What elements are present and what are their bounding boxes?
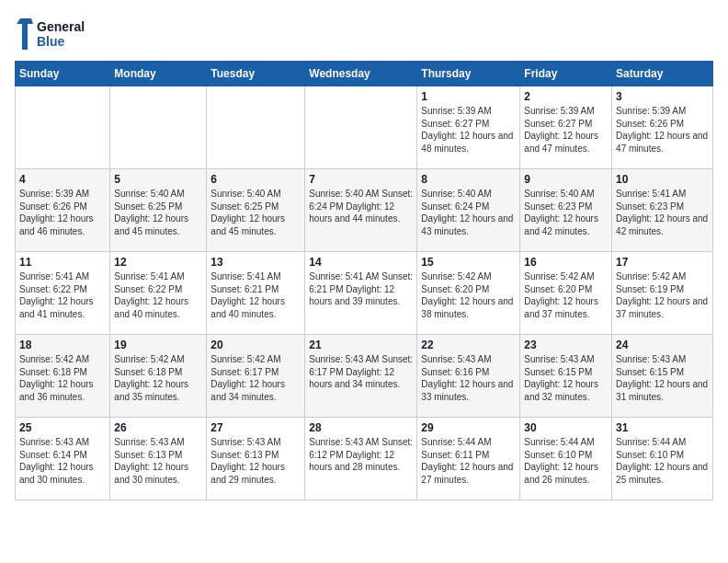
day-info: Sunrise: 5:43 AM Sunset: 6:14 PM Dayligh… bbox=[19, 436, 106, 486]
day-number: 14 bbox=[309, 256, 413, 269]
day-info: Sunrise: 5:42 AM Sunset: 6:17 PM Dayligh… bbox=[210, 353, 301, 403]
calendar-cell: 15Sunrise: 5:42 AM Sunset: 6:20 PM Dayli… bbox=[417, 252, 520, 335]
day-info: Sunrise: 5:42 AM Sunset: 6:20 PM Dayligh… bbox=[524, 270, 608, 320]
svg-text:General: General bbox=[37, 19, 85, 34]
day-info: Sunrise: 5:42 AM Sunset: 6:18 PM Dayligh… bbox=[19, 353, 106, 403]
day-number: 25 bbox=[19, 421, 106, 434]
day-number: 10 bbox=[616, 173, 709, 186]
day-number: 27 bbox=[210, 421, 301, 434]
day-info: Sunrise: 5:39 AM Sunset: 6:27 PM Dayligh… bbox=[421, 105, 516, 155]
calendar-cell: 11Sunrise: 5:41 AM Sunset: 6:22 PM Dayli… bbox=[16, 252, 110, 335]
weekday-header-monday: Monday bbox=[110, 62, 207, 86]
svg-marker-2 bbox=[17, 18, 33, 50]
day-number: 7 bbox=[309, 173, 413, 186]
day-number: 9 bbox=[524, 173, 608, 186]
day-number: 23 bbox=[524, 339, 608, 351]
calendar-cell: 25Sunrise: 5:43 AM Sunset: 6:14 PM Dayli… bbox=[16, 418, 110, 500]
calendar-cell: 22Sunrise: 5:43 AM Sunset: 6:16 PM Dayli… bbox=[417, 335, 520, 418]
day-number: 18 bbox=[19, 339, 106, 351]
day-number: 31 bbox=[616, 421, 709, 434]
svg-text:Blue: Blue bbox=[37, 34, 65, 49]
calendar-cell: 12Sunrise: 5:41 AM Sunset: 6:22 PM Dayli… bbox=[110, 252, 207, 335]
calendar-week-row: 25Sunrise: 5:43 AM Sunset: 6:14 PM Dayli… bbox=[16, 418, 713, 500]
day-number: 30 bbox=[524, 421, 608, 434]
day-info: Sunrise: 5:41 AM Sunset: 6:21 PM Dayligh… bbox=[309, 270, 413, 308]
day-number: 17 bbox=[616, 256, 709, 269]
day-info: Sunrise: 5:43 AM Sunset: 6:13 PM Dayligh… bbox=[114, 436, 202, 486]
calendar-cell bbox=[16, 86, 110, 169]
day-number: 26 bbox=[114, 421, 202, 434]
day-info: Sunrise: 5:43 AM Sunset: 6:12 PM Dayligh… bbox=[309, 436, 413, 474]
calendar-cell: 18Sunrise: 5:42 AM Sunset: 6:18 PM Dayli… bbox=[16, 335, 110, 418]
weekday-header-saturday: Saturday bbox=[612, 62, 713, 86]
day-number: 13 bbox=[210, 256, 301, 269]
day-info: Sunrise: 5:41 AM Sunset: 6:21 PM Dayligh… bbox=[210, 270, 301, 320]
calendar-cell: 28Sunrise: 5:43 AM Sunset: 6:12 PM Dayli… bbox=[305, 418, 417, 500]
calendar-cell: 26Sunrise: 5:43 AM Sunset: 6:13 PM Dayli… bbox=[110, 418, 207, 500]
day-number: 1 bbox=[421, 90, 516, 103]
day-info: Sunrise: 5:40 AM Sunset: 6:24 PM Dayligh… bbox=[309, 188, 413, 225]
day-number: 20 bbox=[210, 339, 301, 351]
calendar-cell: 7Sunrise: 5:40 AM Sunset: 6:24 PM Daylig… bbox=[305, 169, 417, 252]
calendar-cell: 10Sunrise: 5:41 AM Sunset: 6:23 PM Dayli… bbox=[612, 169, 713, 252]
day-info: Sunrise: 5:43 AM Sunset: 6:13 PM Dayligh… bbox=[210, 436, 301, 486]
calendar-cell bbox=[110, 86, 207, 169]
day-number: 6 bbox=[210, 173, 301, 186]
calendar-cell: 8Sunrise: 5:40 AM Sunset: 6:24 PM Daylig… bbox=[417, 169, 520, 252]
day-number: 22 bbox=[421, 339, 516, 351]
day-number: 11 bbox=[19, 256, 106, 269]
day-info: Sunrise: 5:43 AM Sunset: 6:15 PM Dayligh… bbox=[616, 353, 709, 403]
calendar-cell: 2Sunrise: 5:39 AM Sunset: 6:27 PM Daylig… bbox=[520, 86, 612, 169]
day-info: Sunrise: 5:42 AM Sunset: 6:20 PM Dayligh… bbox=[421, 270, 516, 320]
day-number: 19 bbox=[114, 339, 202, 351]
calendar-cell: 17Sunrise: 5:42 AM Sunset: 6:19 PM Dayli… bbox=[612, 252, 713, 335]
day-info: Sunrise: 5:44 AM Sunset: 6:10 PM Dayligh… bbox=[524, 436, 608, 486]
calendar-week-row: 4Sunrise: 5:39 AM Sunset: 6:26 PM Daylig… bbox=[16, 169, 713, 252]
calendar-cell: 29Sunrise: 5:44 AM Sunset: 6:11 PM Dayli… bbox=[417, 418, 520, 500]
day-number: 15 bbox=[421, 256, 516, 269]
calendar-header-row: SundayMondayTuesdayWednesdayThursdayFrid… bbox=[16, 62, 713, 86]
day-number: 29 bbox=[421, 421, 516, 434]
calendar-cell: 1Sunrise: 5:39 AM Sunset: 6:27 PM Daylig… bbox=[417, 86, 520, 169]
weekday-header-thursday: Thursday bbox=[417, 62, 520, 86]
calendar-table: SundayMondayTuesdayWednesdayThursdayFrid… bbox=[15, 61, 713, 500]
weekday-header-friday: Friday bbox=[520, 62, 612, 86]
day-info: Sunrise: 5:43 AM Sunset: 6:17 PM Dayligh… bbox=[309, 353, 413, 391]
weekday-header-tuesday: Tuesday bbox=[207, 62, 305, 86]
calendar-cell: 14Sunrise: 5:41 AM Sunset: 6:21 PM Dayli… bbox=[305, 252, 417, 335]
day-info: Sunrise: 5:39 AM Sunset: 6:26 PM Dayligh… bbox=[19, 188, 106, 237]
calendar-cell: 19Sunrise: 5:42 AM Sunset: 6:18 PM Dayli… bbox=[110, 335, 207, 418]
logo-svg: General Blue bbox=[15, 15, 88, 53]
calendar-cell: 23Sunrise: 5:43 AM Sunset: 6:15 PM Dayli… bbox=[520, 335, 612, 418]
day-number: 5 bbox=[114, 173, 202, 186]
day-info: Sunrise: 5:42 AM Sunset: 6:18 PM Dayligh… bbox=[114, 353, 202, 403]
day-number: 24 bbox=[616, 339, 709, 351]
calendar-cell bbox=[305, 86, 417, 169]
calendar-cell: 3Sunrise: 5:39 AM Sunset: 6:26 PM Daylig… bbox=[612, 86, 713, 169]
calendar-cell: 6Sunrise: 5:40 AM Sunset: 6:25 PM Daylig… bbox=[207, 169, 305, 252]
day-info: Sunrise: 5:43 AM Sunset: 6:15 PM Dayligh… bbox=[524, 353, 608, 403]
calendar-cell: 4Sunrise: 5:39 AM Sunset: 6:26 PM Daylig… bbox=[16, 169, 110, 252]
day-info: Sunrise: 5:40 AM Sunset: 6:24 PM Dayligh… bbox=[421, 188, 516, 237]
day-info: Sunrise: 5:39 AM Sunset: 6:26 PM Dayligh… bbox=[616, 105, 709, 155]
day-info: Sunrise: 5:43 AM Sunset: 6:16 PM Dayligh… bbox=[421, 353, 516, 403]
day-number: 4 bbox=[19, 173, 106, 186]
day-number: 12 bbox=[114, 256, 202, 269]
day-number: 8 bbox=[421, 173, 516, 186]
weekday-header-wednesday: Wednesday bbox=[305, 62, 417, 86]
calendar-week-row: 1Sunrise: 5:39 AM Sunset: 6:27 PM Daylig… bbox=[16, 86, 713, 169]
day-info: Sunrise: 5:44 AM Sunset: 6:10 PM Dayligh… bbox=[616, 436, 709, 486]
calendar-cell: 9Sunrise: 5:40 AM Sunset: 6:23 PM Daylig… bbox=[520, 169, 612, 252]
day-number: 28 bbox=[309, 421, 413, 434]
day-info: Sunrise: 5:41 AM Sunset: 6:23 PM Dayligh… bbox=[616, 188, 709, 237]
calendar-cell: 16Sunrise: 5:42 AM Sunset: 6:20 PM Dayli… bbox=[520, 252, 612, 335]
day-number: 2 bbox=[524, 90, 608, 103]
logo: General Blue bbox=[15, 15, 88, 53]
calendar-cell: 30Sunrise: 5:44 AM Sunset: 6:10 PM Dayli… bbox=[520, 418, 612, 500]
calendar-cell: 31Sunrise: 5:44 AM Sunset: 6:10 PM Dayli… bbox=[612, 418, 713, 500]
calendar-cell: 27Sunrise: 5:43 AM Sunset: 6:13 PM Dayli… bbox=[207, 418, 305, 500]
calendar-week-row: 18Sunrise: 5:42 AM Sunset: 6:18 PM Dayli… bbox=[16, 335, 713, 418]
day-number: 3 bbox=[616, 90, 709, 103]
calendar-week-row: 11Sunrise: 5:41 AM Sunset: 6:22 PM Dayli… bbox=[16, 252, 713, 335]
day-info: Sunrise: 5:42 AM Sunset: 6:19 PM Dayligh… bbox=[616, 270, 709, 320]
